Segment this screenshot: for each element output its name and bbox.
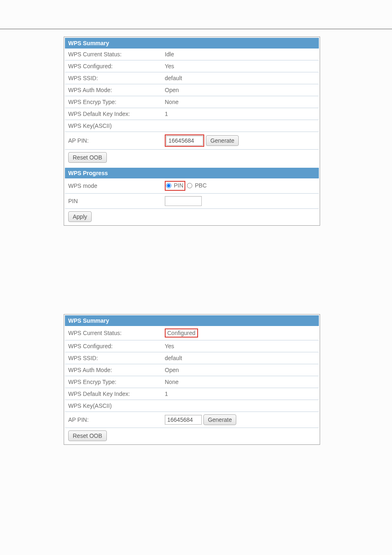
table-row: WPS mode PIN PBC [65, 178, 319, 193]
appin-label: AP PIN: [65, 412, 161, 428]
keyascii-value [161, 400, 319, 412]
keyascii-label: WPS Key(ASCII) [65, 400, 161, 412]
table-row: WPS Auth Mode: Open [65, 84, 319, 96]
table-row: WPS Configured: Yes [65, 60, 319, 72]
table-row: WPS Encryp Type: None [65, 96, 319, 108]
table-row: WPS Current Status: Idle [65, 49, 319, 60]
table-row: WPS Default Key Index: 1 [65, 388, 319, 400]
table-row: WPS Auth Mode: Open [65, 364, 319, 376]
auth-value: Open [161, 84, 319, 96]
wps-progress-header: WPS Progress [65, 168, 319, 178]
appin-input[interactable] [165, 415, 202, 425]
encryp-value: None [161, 96, 319, 108]
pin-radio-label: PIN [174, 182, 183, 189]
keyascii-label: WPS Key(ASCII) [65, 120, 161, 132]
configured-value: Yes [161, 340, 319, 352]
wps-mode-label: WPS mode [65, 178, 161, 193]
keyidx-label: WPS Default Key Index: [65, 388, 161, 400]
configured-value: Yes [161, 60, 319, 72]
configured-label: WPS Configured: [65, 60, 161, 72]
pin-radio-highlight: PIN [165, 181, 185, 191]
appin-cell: Generate [161, 132, 319, 150]
appin-cell: Generate [161, 412, 319, 428]
encryp-label: WPS Encryp Type: [65, 96, 161, 108]
pbc-radio[interactable] [187, 183, 192, 188]
generate-button[interactable]: Generate [206, 135, 239, 146]
ssid-label: WPS SSID: [65, 352, 161, 364]
auth-label: WPS Auth Mode: [65, 364, 161, 376]
appin-input[interactable] [166, 136, 203, 146]
table-row: WPS Default Key Index: 1 [65, 108, 319, 120]
table-row: Reset OOB [65, 150, 319, 166]
status-label: WPS Current Status: [65, 49, 161, 60]
ssid-value: default [161, 72, 319, 84]
keyidx-value: 1 [161, 108, 319, 120]
table-row: Reset OOB [65, 428, 319, 444]
reset-oob-button[interactable]: Reset OOB [68, 430, 107, 441]
table-row: Apply [65, 208, 319, 224]
wps-summary-header-2: WPS Summary [65, 315, 319, 326]
table-row: WPS SSID: default [65, 72, 319, 84]
keyascii-value [161, 120, 319, 132]
wps-summary-header: WPS Summary [65, 38, 319, 49]
auth-value: Open [161, 364, 319, 376]
table-row: PIN [65, 193, 319, 208]
table-row: AP PIN: Generate [65, 132, 319, 150]
pin-input[interactable] [165, 196, 202, 206]
wps-summary-table: WPS Current Status: Idle WPS Configured:… [65, 49, 319, 165]
apply-button[interactable]: Apply [68, 211, 92, 222]
pin-label: PIN [65, 193, 161, 208]
status-value: Idle [161, 49, 319, 60]
pbc-radio-label: PBC [195, 182, 207, 189]
table-row: WPS Configured: Yes [65, 340, 319, 352]
table-row: WPS SSID: default [65, 352, 319, 364]
pin-radio[interactable] [166, 183, 171, 188]
table-row: WPS Encryp Type: None [65, 376, 319, 388]
top-divider [0, 29, 392, 29]
ssid-label: WPS SSID: [65, 72, 161, 84]
table-row: WPS Key(ASCII) [65, 400, 319, 412]
table-row: WPS Current Status: Configured [65, 326, 319, 340]
configured-label: WPS Configured: [65, 340, 161, 352]
wps-panel-1: WPS Summary WPS Current Status: Idle WPS… [64, 37, 320, 226]
appin-highlight [165, 134, 204, 147]
table-row: WPS Key(ASCII) [65, 120, 319, 132]
generate-button[interactable]: Generate [203, 414, 236, 425]
appin-label: AP PIN: [65, 132, 161, 150]
table-row: AP PIN: Generate [65, 412, 319, 428]
wps-summary-table-2: WPS Current Status: Configured WPS Confi… [65, 326, 319, 444]
auth-label: WPS Auth Mode: [65, 84, 161, 96]
status-value-cell: Configured [161, 326, 319, 340]
encryp-label: WPS Encryp Type: [65, 376, 161, 388]
ssid-value: default [161, 352, 319, 364]
keyidx-label: WPS Default Key Index: [65, 108, 161, 120]
pin-cell [161, 193, 319, 208]
status-label: WPS Current Status: [65, 326, 161, 340]
keyidx-value: 1 [161, 388, 319, 400]
wps-progress-table: WPS mode PIN PBC PIN [65, 178, 319, 224]
wps-mode-cell: PIN PBC [161, 178, 319, 193]
encryp-value: None [161, 376, 319, 388]
reset-oob-button[interactable]: Reset OOB [68, 152, 107, 163]
wps-panel-2: WPS Summary WPS Current Status: Configur… [64, 314, 320, 445]
status-highlight: Configured [165, 328, 198, 338]
